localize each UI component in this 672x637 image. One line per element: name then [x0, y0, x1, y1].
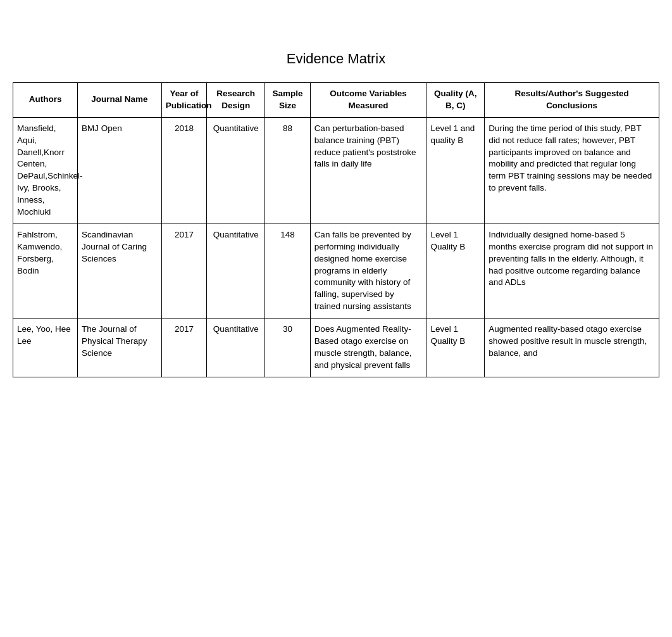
cell-results: Augmented reality-based otago exercise s…	[485, 318, 659, 377]
cell-quality: Level 1 Quality B	[426, 224, 485, 318]
cell-sample: 148	[265, 224, 310, 318]
cell-authors: Mansfield, Aqui, Danell,Knorr Centen, De…	[13, 117, 78, 224]
cell-year: 2017	[161, 318, 206, 377]
cell-authors: Fahlstrom, Kamwendo, Forsberg, Bodin	[13, 224, 78, 318]
cell-outcome: Does Augmented Reality-Based otago exerc…	[310, 318, 426, 377]
table-row: Lee, Yoo, Hee LeeThe Journal of Physical…	[13, 318, 659, 377]
col-header-outcome: Outcome Variables Measured	[310, 83, 426, 118]
cell-year: 2017	[161, 224, 206, 318]
cell-results: During the time period of this study, PB…	[485, 117, 659, 224]
cell-authors: Lee, Yoo, Hee Lee	[13, 318, 78, 377]
table-row: Fahlstrom, Kamwendo, Forsberg, BodinScan…	[13, 224, 659, 318]
cell-results: Individually designed home-based 5 month…	[485, 224, 659, 318]
cell-design: Quantitative	[207, 224, 265, 318]
cell-sample: 88	[265, 117, 310, 224]
cell-journal: The Journal of Physical Therapy Science	[78, 318, 162, 377]
cell-design: Quantitative	[207, 117, 265, 224]
col-header-design: Research Design	[207, 83, 265, 118]
cell-outcome: Can perturbation-based balance training …	[310, 117, 426, 224]
col-header-sample: Sample Size	[265, 83, 310, 118]
table-header-row: Authors Journal Name Year of Publication…	[13, 83, 659, 118]
table-row: Mansfield, Aqui, Danell,Knorr Centen, De…	[13, 117, 659, 224]
cell-design: Quantitative	[207, 318, 265, 377]
cell-sample: 30	[265, 318, 310, 377]
cell-journal: BMJ Open	[78, 117, 162, 224]
col-header-quality: Quality (A, B, C)	[426, 83, 485, 118]
cell-journal: Scandinavian Journal of Caring Sciences	[78, 224, 162, 318]
evidence-matrix-table: Authors Journal Name Year of Publication…	[13, 82, 659, 377]
cell-outcome: Can falls be prevented by performing ind…	[310, 224, 426, 318]
cell-year: 2018	[161, 117, 206, 224]
col-header-year: Year of Publication	[161, 83, 206, 118]
page-title: Evidence Matrix	[13, 51, 659, 67]
col-header-journal: Journal Name	[78, 83, 162, 118]
cell-quality: Level 1 Quality B	[426, 318, 485, 377]
cell-quality: Level 1 and quality B	[426, 117, 485, 224]
col-header-authors: Authors	[13, 83, 78, 118]
col-header-results: Results/Author's Suggested Conclusions	[485, 83, 659, 118]
